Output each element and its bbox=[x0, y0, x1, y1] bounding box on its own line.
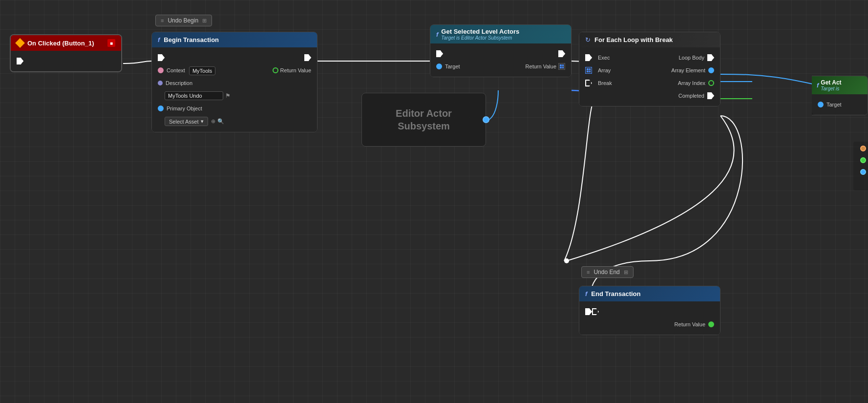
array-in-icon bbox=[585, 67, 592, 74]
chevron-down-icon: ▾ bbox=[201, 118, 204, 125]
get-act-target-node: f Get Act Target is Target bbox=[812, 76, 868, 115]
get-act-target-pin bbox=[818, 102, 824, 107]
exec-loop-body-row: Exec Loop Body bbox=[579, 51, 720, 64]
on-clicked-body bbox=[11, 51, 121, 71]
return-value-pin bbox=[273, 67, 278, 73]
note-pin-icon: ⊞ bbox=[202, 18, 207, 24]
subsystem-output-pin bbox=[483, 116, 489, 123]
array-element-label: Array Element bbox=[671, 67, 705, 73]
array-index-label: Array Index bbox=[678, 80, 705, 86]
add-icon[interactable]: ⊕ bbox=[211, 118, 215, 125]
completed-group: Completed bbox=[678, 92, 714, 99]
exec-row bbox=[152, 51, 317, 64]
begin-transaction-node: f Begin Transaction Context MyTools Retu… bbox=[151, 32, 318, 132]
right-pin-2 bbox=[855, 157, 866, 163]
editor-actor-subsystem-node: Editor Actor Subsystem bbox=[361, 93, 486, 147]
select-asset-label: Select Asset bbox=[169, 119, 199, 125]
context-row: Context MyTools Return Value bbox=[152, 64, 317, 77]
primary-object-row: Primary Object bbox=[152, 102, 317, 115]
on-clicked-title: On Clicked (Button_1) bbox=[27, 40, 94, 47]
exec-pin-in bbox=[158, 54, 165, 61]
func-icon: f bbox=[158, 36, 160, 43]
right-pin-1 bbox=[855, 146, 866, 151]
end-exec-row bbox=[579, 305, 720, 318]
right-edge-pins bbox=[853, 142, 868, 191]
end-transaction-node: f End Transaction Return Value bbox=[579, 286, 720, 335]
select-asset-button[interactable]: Select Asset ▾ bbox=[165, 117, 208, 126]
description-pin bbox=[158, 81, 163, 85]
array-index-pin-out bbox=[708, 80, 714, 86]
note-icon: ≡ bbox=[161, 18, 164, 23]
exec-pin-out bbox=[304, 54, 311, 61]
break-in-group: Break bbox=[585, 80, 612, 86]
target-pin bbox=[436, 64, 442, 69]
flag-icon: ⚑ bbox=[225, 92, 231, 99]
search-icon[interactable]: 🔍 bbox=[217, 118, 224, 125]
return-value-label-get: Return Value bbox=[526, 64, 556, 69]
end-exec-pin-out bbox=[592, 308, 599, 315]
primary-object-pin bbox=[158, 106, 164, 111]
return-value-label: Return Value bbox=[280, 67, 311, 73]
func-icon-get-selected: f bbox=[436, 31, 438, 38]
select-asset-row: Select Asset ▾ ⊕ 🔍 bbox=[152, 115, 317, 128]
undo-end-note: ≡ Undo End ⊞ bbox=[581, 266, 634, 278]
orange-pin bbox=[860, 146, 866, 151]
undo-begin-note: ≡ Undo Begin ⊞ bbox=[155, 15, 212, 26]
break-pin-in bbox=[585, 80, 592, 86]
end-transaction-body: Return Value bbox=[579, 301, 720, 335]
exec-row-get-selected bbox=[430, 47, 571, 60]
exec-pin-out bbox=[17, 58, 23, 64]
get-act-header: f Get Act Target is bbox=[812, 76, 868, 94]
undo-begin-label: Undo Begin bbox=[168, 17, 198, 24]
end-return-value-row: Return Value bbox=[579, 318, 720, 331]
get-act-subtitle: Target is bbox=[821, 86, 841, 91]
get-act-target-row: Target bbox=[812, 98, 868, 111]
get-act-func-icon: f bbox=[817, 82, 819, 89]
undo-end-label: Undo End bbox=[593, 269, 619, 276]
break-label: Break bbox=[598, 80, 612, 86]
undo-end-note-icon: ≡ bbox=[587, 269, 590, 275]
description-label: Description bbox=[166, 80, 192, 86]
completed-pin-out bbox=[707, 92, 714, 99]
exec-pin-out-get bbox=[558, 50, 565, 57]
for-each-loop-node: ↻ For Each Loop with Break Exec Loop Bod… bbox=[579, 32, 720, 106]
end-return-value-label: Return Value bbox=[675, 321, 705, 327]
right-pin-3 bbox=[855, 169, 866, 175]
description-input-row: ⚑ bbox=[152, 89, 317, 102]
completed-label: Completed bbox=[678, 93, 704, 99]
blue-pin-right bbox=[860, 169, 866, 175]
context-pin bbox=[158, 67, 164, 73]
get-act-title: Get Act bbox=[821, 79, 841, 86]
description-input[interactable] bbox=[165, 91, 223, 100]
exec-pin-in-foreach bbox=[585, 54, 592, 61]
loop-body-label: Loop Body bbox=[678, 55, 704, 61]
undo-end-pin-icon: ⊞ bbox=[624, 269, 628, 276]
context-input[interactable]: MyTools bbox=[189, 66, 215, 75]
exec-pin-in-get bbox=[436, 50, 443, 57]
array-index-group: Array Index bbox=[678, 80, 714, 86]
end-exec-pin-in bbox=[585, 308, 592, 315]
array-element-pin-out bbox=[708, 67, 714, 73]
diamond-icon bbox=[15, 38, 25, 48]
exec-row bbox=[11, 55, 121, 67]
get-selected-title: Get Selected Level Actors bbox=[441, 28, 519, 35]
on-clicked-node: On Clicked (Button_1) ■ bbox=[10, 34, 122, 72]
get-act-target-label: Target bbox=[826, 102, 842, 107]
target-label: Target bbox=[445, 64, 460, 69]
close-icon[interactable]: ■ bbox=[107, 39, 115, 47]
array-label: Array bbox=[598, 67, 611, 73]
end-transaction-title: End Transaction bbox=[591, 290, 640, 297]
context-label: Context bbox=[167, 67, 185, 73]
completed-row: Completed bbox=[579, 89, 720, 102]
loop-body-pin-out bbox=[707, 54, 714, 61]
target-row: Target Return Value bbox=[430, 60, 571, 73]
get-selected-node: f Get Selected Level Actors Target is Ed… bbox=[430, 24, 572, 77]
for-each-body: Exec Loop Body Array Array Element bbox=[579, 47, 720, 106]
array-element-group: Array Element bbox=[671, 67, 714, 73]
get-act-body: Target bbox=[812, 94, 868, 115]
end-transaction-func-icon: f bbox=[585, 290, 587, 297]
on-clicked-header: On Clicked (Button_1) ■ bbox=[11, 35, 121, 51]
get-selected-body: Target Return Value bbox=[430, 43, 571, 77]
end-transaction-header: f End Transaction bbox=[579, 286, 720, 301]
for-each-header: ↻ For Each Loop with Break bbox=[579, 32, 720, 47]
